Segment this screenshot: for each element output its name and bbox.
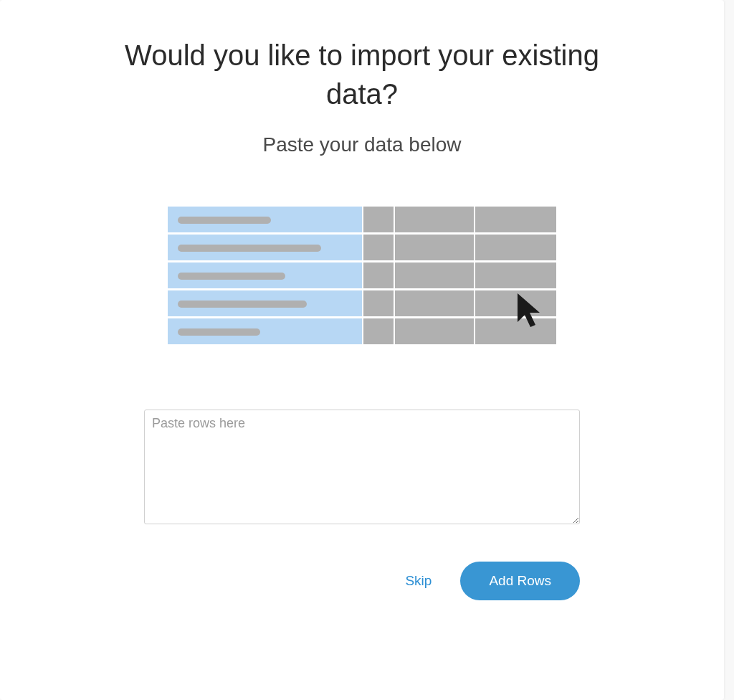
- svg-rect-9: [363, 262, 394, 288]
- dialog-subheading: Paste your data below: [262, 133, 461, 156]
- svg-rect-1: [363, 207, 394, 232]
- import-dialog: Would you like to import your existing d…: [0, 0, 724, 700]
- svg-rect-5: [363, 235, 394, 260]
- svg-rect-3: [475, 207, 556, 232]
- svg-rect-17: [363, 318, 394, 344]
- paste-textarea[interactable]: [144, 410, 580, 524]
- dialog-actions: Skip Add Rows: [144, 562, 580, 600]
- svg-rect-7: [475, 235, 556, 260]
- svg-rect-14: [395, 290, 474, 316]
- svg-rect-15: [475, 290, 556, 316]
- paste-area: [144, 410, 580, 527]
- svg-rect-13: [363, 290, 394, 316]
- svg-rect-23: [178, 301, 307, 308]
- svg-rect-21: [178, 245, 321, 252]
- svg-rect-22: [178, 273, 285, 280]
- spreadsheet-illustration: [168, 207, 556, 345]
- svg-rect-10: [395, 262, 474, 288]
- dialog-heading: Would you like to import your existing d…: [111, 36, 613, 113]
- svg-rect-11: [475, 262, 556, 288]
- svg-rect-19: [475, 318, 556, 344]
- skip-button[interactable]: Skip: [405, 573, 432, 589]
- svg-rect-2: [395, 207, 474, 232]
- spreadsheet-icon: [168, 207, 556, 345]
- svg-rect-24: [178, 328, 260, 336]
- svg-rect-6: [395, 235, 474, 260]
- add-rows-button[interactable]: Add Rows: [460, 562, 580, 600]
- svg-rect-18: [395, 318, 474, 344]
- svg-rect-20: [178, 217, 271, 224]
